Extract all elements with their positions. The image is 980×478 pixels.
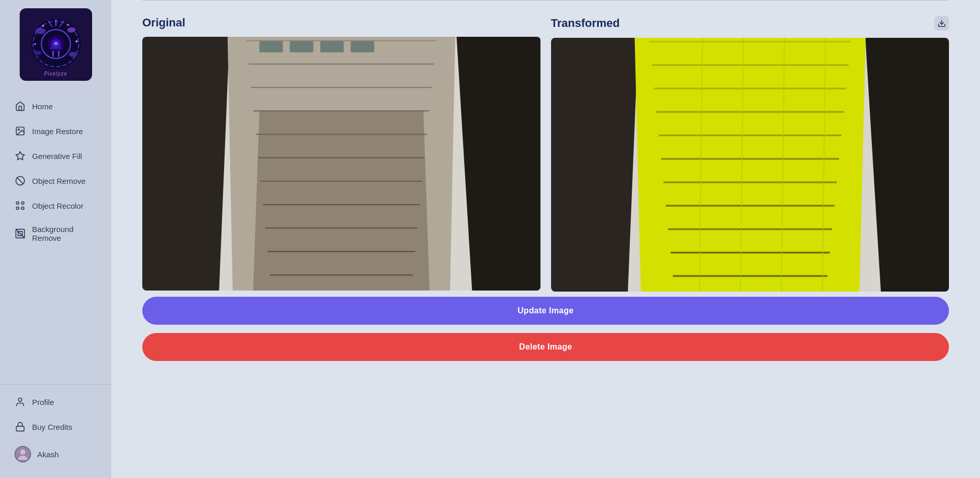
svg-rect-16: [58, 51, 60, 57]
sidebar-item-user[interactable]: Akash: [4, 440, 107, 469]
svg-marker-86: [248, 111, 435, 291]
sidebar-item-home[interactable]: Home: [4, 94, 107, 118]
svg-point-7: [35, 28, 46, 34]
credits-icon: [14, 421, 26, 432]
transformed-label: Transformed: [551, 16, 949, 31]
profile-label: Profile: [32, 398, 54, 407]
avatar: [14, 446, 31, 462]
sidebar-item-object-remove[interactable]: Object Remove: [4, 169, 107, 193]
object-remove-label: Object Remove: [32, 177, 85, 185]
sidebar-item-buy-credits[interactable]: Buy Credits: [4, 415, 107, 439]
action-buttons: Update Image Delete Image: [142, 297, 949, 361]
svg-point-10: [69, 52, 77, 57]
svg-line-25: [17, 178, 23, 184]
sidebar-item-profile[interactable]: Profile: [4, 390, 107, 414]
object-recolor-icon: [14, 200, 26, 211]
svg-marker-23: [16, 152, 25, 160]
svg-point-9: [34, 51, 41, 55]
original-image: [142, 37, 541, 291]
object-remove-icon: [14, 175, 26, 186]
svg-point-8: [67, 27, 76, 33]
sidebar-bottom: Profile Buy Credits Akash: [0, 384, 111, 478]
image-area: Original: [142, 16, 949, 292]
original-image-container: Original: [142, 16, 541, 291]
svg-rect-70: [351, 40, 374, 52]
update-image-button[interactable]: Update Image: [142, 297, 949, 325]
object-recolor-label: Object Recolor: [32, 201, 83, 210]
main-content: Original: [111, 0, 980, 478]
logo-box: Pixelyze: [20, 8, 92, 81]
sidebar-item-background-remove[interactable]: Background Remove: [4, 219, 107, 249]
profile-icon: [14, 396, 26, 408]
transformed-image: [551, 38, 949, 292]
svg-line-31: [16, 229, 25, 238]
home-icon: [14, 100, 26, 112]
home-label: Home: [32, 102, 53, 111]
svg-point-12: [67, 24, 68, 25]
logo-svg: [27, 13, 84, 70]
generative-fill-label: Generative Fill: [32, 152, 82, 161]
background-remove-label: Background Remove: [32, 225, 97, 242]
top-divider: [142, 0, 949, 1]
sidebar-item-image-restore[interactable]: Image Restore: [4, 119, 107, 143]
generative-fill-icon: [14, 150, 26, 162]
svg-point-22: [18, 129, 20, 131]
sidebar-item-generative-fill[interactable]: Generative Fill: [4, 144, 107, 168]
svg-point-27: [22, 202, 24, 205]
svg-point-29: [22, 207, 24, 210]
svg-point-26: [17, 202, 19, 205]
logo-label: Pixelyze: [44, 71, 67, 77]
image-restore-icon: [14, 125, 26, 137]
svg-point-11: [42, 25, 44, 27]
svg-rect-33: [17, 426, 24, 431]
download-button[interactable]: [934, 16, 949, 31]
svg-point-32: [19, 398, 22, 402]
sidebar-item-object-recolor[interactable]: Object Recolor: [4, 194, 107, 218]
svg-point-13: [34, 43, 36, 45]
original-label: Original: [142, 16, 541, 30]
svg-point-28: [17, 207, 19, 210]
svg-rect-69: [320, 40, 344, 52]
svg-rect-67: [259, 40, 283, 52]
buy-credits-label: Buy Credits: [32, 423, 72, 431]
sidebar: Pixelyze Home Image Restore: [0, 0, 111, 478]
user-name: Akash: [37, 450, 59, 459]
svg-rect-15: [52, 51, 54, 57]
svg-marker-92: [633, 38, 867, 292]
logo-container: Pixelyze: [0, 0, 111, 89]
transformed-image-container: Transformed: [551, 16, 949, 292]
delete-image-button[interactable]: Delete Image: [142, 333, 949, 361]
svg-rect-68: [290, 40, 313, 52]
background-remove-icon: [14, 228, 26, 239]
image-restore-label: Image Restore: [32, 127, 83, 136]
nav-section: Home Image Restore Generative Fill: [0, 89, 111, 380]
svg-point-14: [76, 40, 78, 42]
